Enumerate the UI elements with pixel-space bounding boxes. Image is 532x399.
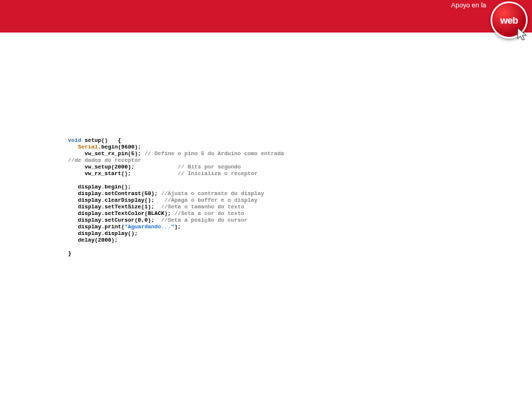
code-text: delay(2000); [68, 237, 118, 243]
code-text [68, 164, 85, 170]
web-badge[interactable]: web [491, 1, 528, 38]
code-text: display.display(); [68, 231, 138, 236]
code-comment: //Ajusta o contraste do display [161, 191, 265, 197]
code-text: setup() { [81, 137, 121, 143]
code-comment: //Seta o tamanho do texto [161, 204, 245, 210]
code-text: display.setCursor(0,0); [68, 217, 161, 223]
code-text: vw_setup(2000); [85, 164, 178, 170]
code-text: display.setTextSize(1); [68, 204, 161, 210]
code-text: display.setContrast(50); [68, 191, 161, 197]
code-text [68, 151, 85, 157]
code-text: vw_set_rx_pin(5); [85, 151, 145, 157]
code-text: .begin(9600); [98, 144, 142, 150]
code-block: void setup() { Serial.begin(9600); vw_se… [68, 137, 284, 257]
code-text: display.print( [68, 224, 125, 230]
code-text: ); [174, 224, 181, 230]
code-class-serial: Serial [78, 144, 98, 150]
header-support-label: Apoyo en la [451, 1, 486, 9]
code-keyword-void: void [68, 137, 81, 143]
code-text: display.clearDisplay(); [68, 197, 165, 203]
code-text [68, 171, 85, 177]
code-text: display.setTextColor(BLACK); [68, 211, 174, 216]
code-text: vw_rx_start(); [85, 171, 178, 177]
code-text: display.begin(); [68, 184, 132, 190]
code-string: "Aguardando..." [125, 224, 175, 230]
code-comment: //Seta a posição do cursor [161, 217, 248, 223]
code-comment: //Seta a cor do texto [174, 211, 245, 216]
code-text [68, 144, 78, 150]
code-comment: //Apaga o buffer e o display [165, 197, 258, 203]
code-comment: // Bits por segundo [178, 164, 242, 170]
web-badge-text: web [500, 15, 518, 26]
code-comment: // Define o pino 5 do Arduino como entra… [145, 151, 284, 157]
code-text: } [68, 250, 72, 256]
code-comment: //de dados do receptor [68, 157, 141, 163]
code-comment: // Inicializa o receptor [178, 171, 258, 177]
